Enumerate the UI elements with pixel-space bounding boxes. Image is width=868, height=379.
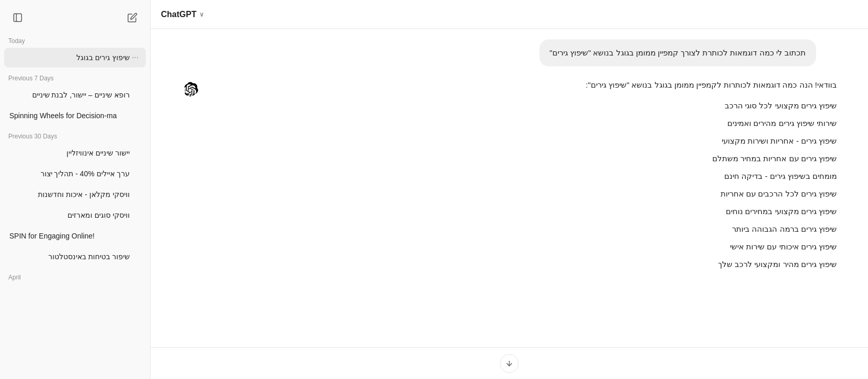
sidebar-item-text: רופא שיניים – יישור, לבנת שיניים (9, 91, 130, 99)
main-header: ChatGPT ∨ (151, 0, 868, 29)
sidebar-item-whisky-types[interactable]: וויסקי סוגים ומארזים ··· (4, 205, 146, 225)
edit-icon (127, 12, 138, 23)
section-label-prev30: Previous 30 Days (4, 127, 146, 143)
list-item: שיפוץ גירים עם אחריות במחיר משתלם (209, 152, 837, 165)
list-item: שיפוץ גירים לכל הרכבים עם אחריות (209, 188, 837, 200)
sidebar-item-spin[interactable]: SPIN for Engaging Online! ··· (4, 226, 146, 246)
chevron-down-icon: ∨ (199, 11, 204, 18)
sidebar-item-text: וויסקי סוגים ומארזים (9, 211, 130, 219)
chatgpt-icon (184, 82, 198, 96)
ai-list: שיפוץ גירים מקצועי לכל סוגי הרכב שירותי … (209, 100, 837, 271)
sidebar-item-instalator[interactable]: שיפור בטיחות באינסטלטור ··· (4, 247, 146, 266)
openai-logo-icon (182, 80, 200, 99)
app-title-button[interactable]: ChatGPT ∨ (161, 10, 204, 19)
arrow-down-icon (505, 359, 513, 368)
list-item: שיפוץ גירים מקצועי לכל סוגי הרכב (209, 100, 837, 112)
ai-intro-text: בוודאי! הנה כמה דוגמאות לכותרות לקמפיין … (209, 79, 837, 91)
new-chat-button[interactable] (123, 8, 142, 27)
sidebar-header (0, 0, 150, 31)
sidebar-item-spinning[interactable]: Spinning Wheels for Decision-ma ··· (4, 106, 146, 125)
ai-message: בוודאי! הנה כמה דוגמאות לכותרות לקמפיין … (171, 79, 847, 271)
list-item: שיפוץ גירים מקצועי במחירים נוחים (209, 205, 837, 218)
app-name: ChatGPT (161, 10, 196, 19)
ai-content: בוודאי! הנה כמה דוגמאות לכותרות לקמפיין … (209, 79, 837, 271)
list-item: מומחים בשיפוץ גירים - בדיקה חינם (209, 170, 837, 183)
sidebar-item-rofeh[interactable]: רופא שיניים – יישור, לבנת שיניים ··· (4, 85, 146, 105)
sidebar-item-shiputz-girim[interactable]: שיפוץ גירים בגוגל ··· (4, 48, 146, 67)
sidebar-item-text: שיפוץ גירים בגוגל (9, 53, 130, 62)
bottom-bar (151, 347, 868, 379)
list-item: שיפוץ גירים ברמה הגבוהה ביותר (209, 223, 837, 235)
sidebar-item-text: שיפור בטיחות באינסטלטור (9, 252, 130, 261)
item-options-button[interactable]: ··· (130, 52, 141, 63)
list-item: שירותי שיפוץ גירים מהירים ואמינים (209, 117, 837, 130)
section-label-today: Today (4, 31, 146, 48)
sidebar-item-text: Spinning Wheels for Decision-ma (9, 111, 130, 120)
sidebar-item-text: SPIN for Engaging Online! (9, 232, 130, 240)
section-label-prev7: Previous 7 Days (4, 68, 146, 85)
sidebar-item-yishur-shinayim[interactable]: יישור שיניים אינוויזליין ··· (4, 143, 146, 163)
chat-area: תכתוב לי כמה דוגמאות לכותרת לצורך קמפיין… (151, 29, 868, 347)
list-item: שיפוץ גירים - אחריות ושירות מקצועי (209, 135, 837, 147)
sidebar-item-eylim[interactable]: ערך איילים 40% - תהליך יצור ··· (4, 164, 146, 184)
sidebar-item-whisky-mcallan[interactable]: וויסקי מקלאן - איכות וחדשנות ··· (4, 185, 146, 204)
user-bubble: תכתוב לי כמה דוגמאות לכותרת לצורך קמפיין… (539, 39, 817, 66)
sidebar-toggle-button[interactable] (8, 8, 27, 27)
main-content: ChatGPT ∨ תכתוב לי כמה דוגמאות לכותרת לצ… (151, 0, 868, 379)
sidebar-content: Today שיפוץ גירים בגוגל ··· Previous 7 D… (0, 31, 150, 379)
scroll-down-button[interactable] (500, 354, 519, 373)
user-message: תכתוב לי כמה דוגמאות לכותרת לצורך קמפיין… (171, 39, 847, 66)
svg-rect-0 (14, 14, 22, 22)
list-item: שיפוץ גירים מהיר ומקצועי לרכב שלך (209, 258, 837, 271)
list-item: שיפוץ גירים איכותי עם שירות אישי (209, 241, 837, 253)
sidebar-item-text: ערך איילים 40% - תהליך יצור (9, 170, 130, 178)
section-label-april: April (4, 268, 146, 284)
sidebar: Today שיפוץ גירים בגוגל ··· Previous 7 D… (0, 0, 151, 379)
sidebar-item-text: יישור שיניים אינוויזליין (9, 149, 130, 157)
sidebar-toggle-icon (12, 12, 23, 23)
sidebar-item-text: וויסקי מקלאן - איכות וחדשנות (9, 190, 130, 199)
